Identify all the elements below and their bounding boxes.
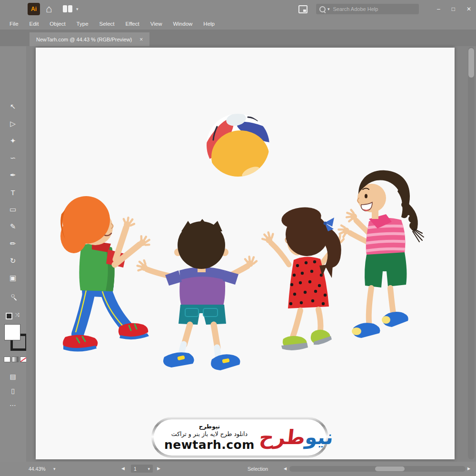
search-input[interactable] — [332, 6, 416, 12]
menu-object[interactable]: Object — [50, 21, 65, 27]
artboard-number-dropdown[interactable]: 1 ▾ — [131, 465, 153, 473]
zoom-chevron-icon[interactable]: ▾ — [53, 466, 56, 471]
menu-type[interactable]: Type — [77, 21, 89, 27]
document-tab-bar: NewTarh.com @ 44.43 % (RGB/Preview) × — [0, 30, 476, 46]
menu-edit[interactable]: Edit — [30, 21, 39, 27]
none-button[interactable] — [20, 357, 27, 362]
child-boy-purple[interactable] — [137, 219, 258, 370]
status-bar: 44.43% ▾ ◀ 1 ▾ ▶ Selection ◀ ▶ — [0, 462, 476, 476]
child-girl-pink[interactable] — [336, 170, 424, 338]
close-button[interactable]: ✕ — [466, 6, 471, 12]
horizontal-scrollbar[interactable] — [289, 466, 466, 472]
menu-help[interactable]: Help — [203, 21, 215, 27]
zoom-tool[interactable] — [6, 288, 20, 302]
tab-close-icon[interactable]: × — [139, 36, 143, 43]
selection-tool[interactable] — [6, 99, 20, 114]
tools-panel: ⤨ ▤ ▯ ⋯ — [0, 46, 26, 462]
edit-toolbar-icon[interactable]: ⋯ — [6, 399, 20, 411]
default-fill-stroke-icon[interactable] — [6, 313, 12, 319]
zoom-level-display[interactable]: 44.43% — [29, 466, 46, 472]
artboard-number: 1 — [134, 466, 137, 472]
color-button[interactable] — [4, 357, 10, 362]
next-artboard-button[interactable]: ▶ — [157, 466, 160, 471]
home-icon[interactable]: ⌂ — [46, 3, 52, 15]
fill-swatch[interactable] — [4, 324, 20, 340]
status-text: Selection — [248, 466, 268, 472]
draw-mode-icon[interactable]: ▤ — [6, 371, 20, 382]
menu-effect[interactable]: Effect — [126, 21, 139, 27]
watermark-tagline: دانلود طرح لایه باز بنر و تراکت — [164, 430, 255, 437]
magic-wand-tool[interactable] — [6, 134, 20, 148]
pencil-tool[interactable] — [6, 237, 20, 251]
children-artwork[interactable] — [36, 48, 455, 459]
lasso-tool[interactable] — [6, 151, 20, 165]
previous-artboard-button[interactable]: ◀ — [121, 466, 125, 471]
arrange-documents-icon[interactable] — [298, 5, 307, 13]
maximize-button[interactable]: □ — [452, 6, 455, 12]
rotate-tool[interactable] — [6, 254, 20, 268]
illustrator-logo-icon: Ai — [28, 3, 40, 15]
scroll-left-arrow-icon[interactable]: ◀ — [284, 466, 287, 471]
app-title-bar: Ai ⌂ ▾ ▾ – □ ✕ — [0, 0, 476, 18]
artboard-chevron-icon: ▾ — [148, 466, 150, 471]
scroll-right-arrow-icon[interactable]: ▶ — [467, 466, 470, 471]
document-workspace: نیوطرح دانلود طرح لایه باز بنر و تراکت n… — [26, 46, 476, 462]
document-tab-title: NewTarh.com @ 44.43 % (RGB/Preview) — [36, 37, 132, 42]
menu-view[interactable]: View — [150, 21, 162, 27]
illustrator-window: Ai ⌂ ▾ ▾ – □ ✕ File Edit Object Type Sel… — [0, 0, 476, 476]
vertical-scrollbar-thumb[interactable] — [468, 48, 474, 78]
child-girl-red-dress[interactable] — [261, 205, 345, 350]
swap-fill-stroke-icon[interactable]: ⤨ — [15, 312, 20, 318]
document-tab[interactable]: NewTarh.com @ 44.43 % (RGB/Preview) × — [30, 32, 149, 46]
menu-bar: File Edit Object Type Select Effect View… — [0, 18, 476, 30]
vertical-scrollbar[interactable] — [468, 47, 475, 459]
search-icon — [319, 6, 326, 12]
child-boy-orange[interactable] — [60, 196, 151, 352]
search-chevron-icon: ▾ — [327, 7, 330, 11]
newtarh-logo: نیوطرح — [258, 427, 335, 447]
watermark-badge: نیوطرح دانلود طرح لایه باز بنر و تراکت n… — [151, 417, 328, 458]
logo-red-part: طرح — [258, 426, 306, 449]
menu-file[interactable]: File — [10, 21, 19, 27]
direct-selection-tool[interactable] — [6, 117, 20, 131]
menu-window[interactable]: Window — [173, 21, 192, 27]
screen-mode-icon[interactable]: ▯ — [6, 385, 20, 397]
paintbrush-tool[interactable] — [6, 219, 20, 234]
pen-tool[interactable] — [6, 168, 20, 182]
type-tool[interactable] — [6, 185, 20, 199]
logo-blue-part: نیو — [304, 426, 334, 449]
watermark-brand-name: نیوطرح — [164, 423, 255, 430]
search-bar[interactable]: ▾ — [316, 4, 419, 14]
horizontal-scrollbar-thumb[interactable] — [375, 466, 405, 471]
workspace-switcher-icon[interactable] — [63, 5, 72, 12]
rectangle-tool[interactable] — [6, 202, 20, 217]
menu-select[interactable]: Select — [99, 21, 115, 27]
gradient-button[interactable] — [12, 357, 19, 362]
watermark-domain: newtarh.com — [164, 438, 255, 452]
artboard-canvas[interactable]: نیوطرح دانلود طرح لایه باز بنر و تراکت n… — [36, 48, 455, 459]
workspace-chevron-icon[interactable]: ▾ — [76, 7, 79, 11]
artboard-tool[interactable] — [6, 271, 20, 285]
minimize-button[interactable]: – — [437, 6, 440, 12]
beach-ball[interactable] — [197, 111, 284, 184]
